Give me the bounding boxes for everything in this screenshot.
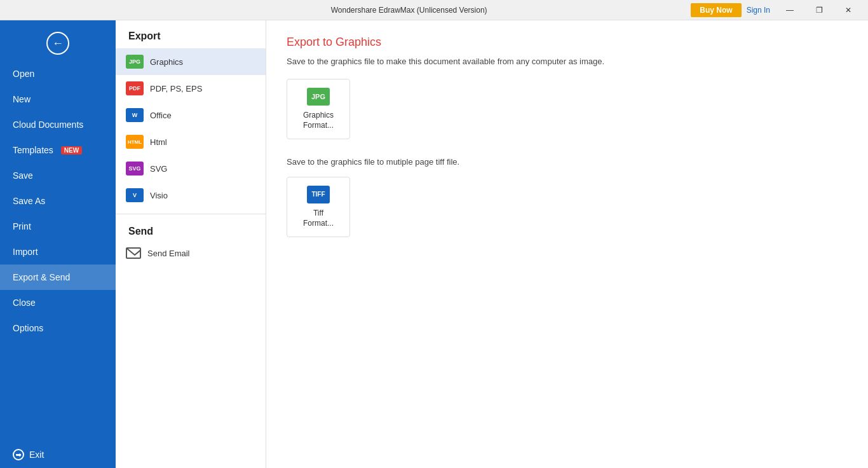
pdf-icon: PDF (126, 81, 144, 95)
sidebar-item-print[interactable]: Print (0, 214, 116, 239)
window-controls: — ❐ ✕ (775, 0, 863, 20)
sidebar-item-export-send[interactable]: Export & Send (0, 265, 116, 290)
menu-item-visio[interactable]: V Visio (116, 182, 266, 209)
jpg-icon: JPG (126, 55, 144, 69)
sidebar-item-close[interactable]: Close (0, 290, 116, 315)
menu-item-svg[interactable]: SVG SVG (116, 155, 266, 182)
content-desc1: Save to the graphics file to make this d… (287, 57, 848, 66)
sidebar-item-new[interactable]: New (0, 86, 116, 112)
content-title: Export to Graphics (287, 36, 848, 49)
menu-item-office[interactable]: W Office (116, 102, 266, 128)
svg-icon: SVG (126, 162, 144, 176)
visio-icon: V (126, 188, 144, 202)
tiff-card-icon: TIFF (307, 186, 330, 203)
sidebar: ← Open New Cloud Documents Templates NEW… (0, 20, 116, 468)
content-desc2: Save to the graphics file to mutiple pag… (287, 157, 848, 167)
buy-now-button[interactable]: Buy Now (691, 3, 741, 17)
restore-button[interactable]: ❐ (804, 0, 834, 20)
sidebar-item-templates[interactable]: Templates NEW (0, 137, 116, 163)
export-section-title: Export (116, 20, 266, 48)
email-icon (126, 247, 141, 259)
center-panel: Export JPG Graphics PDF PDF, PS, EPS W O… (116, 20, 266, 468)
tiff-format-card[interactable]: TIFF TiffFormat... (287, 177, 350, 237)
titlebar-title: Wondershare EdrawMax (Unlicensed Version… (127, 6, 691, 15)
menu-item-send-email[interactable]: Send Email (116, 241, 266, 265)
minimize-button[interactable]: — (775, 0, 804, 20)
divider (116, 214, 266, 214)
sidebar-item-open[interactable]: Open (0, 61, 116, 86)
back-button[interactable]: ← (0, 25, 116, 61)
new-badge: NEW (61, 146, 82, 155)
jpg-card-icon: JPG (307, 88, 330, 106)
menu-item-pdf[interactable]: PDF PDF, PS, EPS (116, 75, 266, 102)
menu-item-html[interactable]: HTML Html (116, 128, 266, 155)
format-cards-tiff: TIFF TiffFormat... (287, 177, 848, 237)
titlebar: Wondershare EdrawMax (Unlicensed Version… (0, 0, 868, 20)
sidebar-item-save[interactable]: Save (0, 163, 116, 188)
send-section-title: Send (116, 219, 266, 241)
graphics-format-label: GraphicsFormat... (303, 111, 334, 130)
sidebar-item-save-as[interactable]: Save As (0, 188, 116, 214)
content-area: Export to Graphics Save to the graphics … (266, 20, 868, 468)
tiff-format-label: TiffFormat... (303, 209, 334, 228)
back-icon: ← (46, 32, 69, 55)
menu-item-graphics[interactable]: JPG Graphics (116, 48, 266, 75)
html-icon: HTML (126, 135, 144, 149)
sidebar-item-import[interactable]: Import (0, 239, 116, 265)
main-layout: ← Open New Cloud Documents Templates NEW… (0, 20, 868, 468)
exit-icon: ➡ (13, 449, 24, 460)
sidebar-item-cloud-documents[interactable]: Cloud Documents (0, 112, 116, 137)
graphics-format-card[interactable]: JPG GraphicsFormat... (287, 79, 350, 139)
word-icon: W (126, 108, 144, 122)
sign-in-button[interactable]: Sign In (747, 6, 770, 15)
sidebar-item-options[interactable]: Options (0, 315, 116, 341)
format-cards-graphics: JPG GraphicsFormat... (287, 79, 848, 139)
exit-button[interactable]: ➡ Exit (0, 441, 116, 468)
titlebar-actions: Buy Now Sign In — ❐ ✕ (691, 0, 868, 20)
close-button[interactable]: ✕ (834, 0, 863, 20)
